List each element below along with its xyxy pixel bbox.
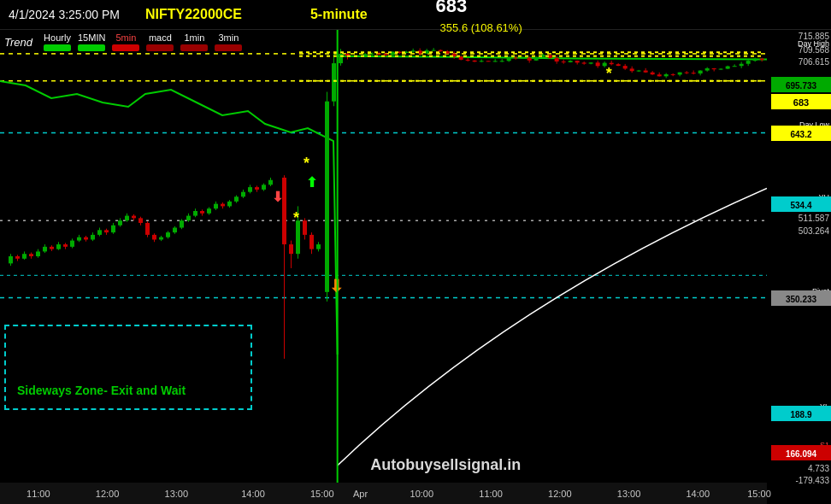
sideways-zone-box: Sideways Zone- Exit and Wait	[4, 325, 252, 410]
badge-350: 350.233	[771, 290, 831, 306]
time-15-left: 15:00	[310, 489, 334, 499]
badge-188: 188.9	[771, 406, 831, 421]
price-706: 706.615	[767, 57, 831, 67]
right-price-scale: 715.885 709.568 706.615 Day High 695.733…	[767, 30, 831, 483]
chart-container: 4/1/2024 3:25:00 PM NIFTY22000CE 5-minut…	[0, 0, 831, 504]
day-high-label: Day High	[767, 34, 831, 50]
toolbar-15min[interactable]: 15MIN	[78, 32, 105, 51]
header-change: 355.6 (108.61%)	[440, 21, 522, 34]
time-apr: Apr	[353, 489, 368, 499]
toolbar-macd[interactable]: macd	[146, 32, 174, 51]
toolbar: Trend Hourly 15MIN 5min macd 1min 3min	[4, 32, 242, 51]
watermark: Autobuysellsignal.in	[370, 456, 521, 474]
badge-643: 643.2	[771, 126, 831, 141]
macd-bar	[146, 44, 174, 51]
badge-166: 166.094	[771, 445, 831, 460]
time-14-right: 14:00	[687, 489, 710, 499]
toolbar-3min[interactable]: 3min	[215, 32, 242, 51]
5min-bar	[112, 44, 139, 51]
price-neg179: -179.433	[767, 472, 831, 487]
time-13-right: 13:00	[617, 489, 641, 499]
header-timeframe: 5-minute	[310, 7, 368, 22]
time-10-right: 10:00	[410, 489, 434, 499]
time-12-left: 12:00	[96, 489, 120, 499]
toolbar-1min[interactable]: 1min	[180, 32, 208, 51]
toolbar-5min[interactable]: 5min	[112, 32, 139, 51]
toolbar-hourly[interactable]: Hourly	[44, 32, 71, 51]
3min-bar	[215, 44, 242, 51]
time-12-right: 12:00	[548, 489, 572, 499]
time-axis: 11:00 12:00 13:00 14:00 15:00 Apr 10:00 …	[0, 483, 767, 504]
time-11-right: 11:00	[479, 489, 503, 499]
badge-695: 695.733	[771, 77, 831, 92]
time-15-right: 15:00	[747, 489, 771, 499]
trend-label: Trend	[4, 36, 32, 49]
r1-price2: 503.264	[767, 222, 831, 237]
hourly-bar	[44, 44, 71, 51]
1min-bar	[180, 44, 208, 51]
badge-683: 683	[771, 94, 831, 109]
time-11-left: 11:00	[27, 489, 50, 499]
main-chart	[0, 30, 767, 483]
header-symbol: NIFTY22000CE	[145, 7, 242, 22]
header-price: 683	[436, 0, 522, 17]
time-14-left: 14:00	[241, 489, 265, 499]
header-bar: 4/1/2024 3:25:00 PM NIFTY22000CE 5-minut…	[0, 0, 831, 30]
sideways-text: Sideways Zone- Exit and Wait	[10, 377, 192, 404]
15min-bar	[78, 44, 105, 51]
header-datetime: 4/1/2024 3:25:00 PM	[9, 8, 120, 21]
time-13-left: 13:00	[165, 489, 189, 499]
